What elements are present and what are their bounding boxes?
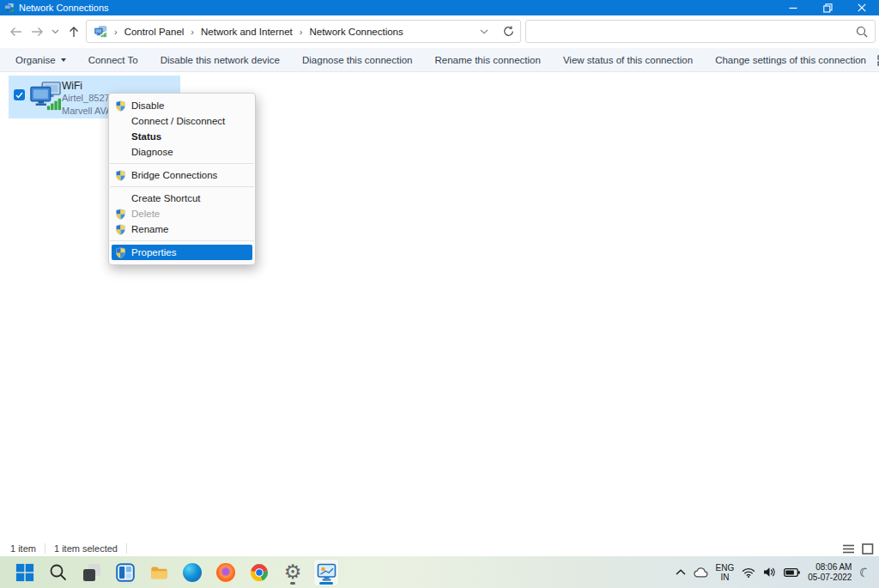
minimize-icon <box>789 3 797 12</box>
battery-icon <box>784 567 800 578</box>
up-button[interactable] <box>64 15 84 48</box>
menu-item-bridge-connections[interactable]: Bridge Connections <box>109 167 255 183</box>
item-checkbox[interactable] <box>14 89 25 100</box>
selection-count: 1 item selected <box>54 543 118 554</box>
disable-network-device-button[interactable]: Disable this network device <box>149 48 291 72</box>
details-view-toggle-icon[interactable] <box>842 543 855 555</box>
tray-battery-button[interactable] <box>784 567 800 578</box>
menu-separator <box>110 186 254 187</box>
chevron-up-icon <box>676 569 686 575</box>
back-button[interactable] <box>5 15 26 48</box>
uac-shield-icon <box>115 224 126 235</box>
clock[interactable]: 08:06 AM 05-07-2022 <box>808 562 852 583</box>
edge-button[interactable] <box>180 560 204 585</box>
forward-arrow-icon <box>31 27 45 37</box>
speaker-icon <box>763 567 776 578</box>
back-arrow-icon <box>9 27 22 37</box>
recent-locations-button[interactable] <box>48 15 62 48</box>
organise-button[interactable]: Organise <box>0 48 77 72</box>
up-arrow-icon <box>68 26 80 38</box>
uac-shield-icon <box>115 247 126 258</box>
file-explorer-icon <box>149 563 169 582</box>
check-icon <box>15 92 23 99</box>
menu-item-create-shortcut[interactable]: Create Shortcut <box>109 191 255 206</box>
rename-connection-button[interactable]: Rename this connection <box>423 48 551 72</box>
uac-shield-icon <box>115 209 126 220</box>
minimize-button[interactable] <box>776 0 810 15</box>
address-bar[interactable]: Control Panel Network and Internet Netwo… <box>86 20 521 43</box>
status-bar: 1 item 1 item selected <box>0 541 879 556</box>
menu-separator <box>110 240 254 241</box>
change-settings-button[interactable]: Change settings of this connection <box>704 48 877 72</box>
refresh-icon <box>503 26 514 37</box>
breadcrumb-chevron <box>184 27 201 37</box>
view-status-button[interactable]: View status of this connection <box>552 48 704 72</box>
network-adapter-icon <box>27 81 64 112</box>
menu-item-diagnose[interactable]: Diagnose <box>109 144 255 160</box>
widgets-button[interactable] <box>113 560 137 585</box>
menu-item-rename[interactable]: Rename <box>109 221 255 237</box>
firefox-icon <box>216 563 235 582</box>
taskbar-search-button[interactable] <box>46 560 70 585</box>
chrome-icon <box>250 563 269 582</box>
notification-center-button[interactable]: ☾ <box>859 566 870 579</box>
widgets-icon <box>116 563 135 582</box>
moon-icon: ☾ <box>858 564 872 580</box>
clock-time: 08:06 AM <box>808 562 852 573</box>
address-dropdown-button[interactable] <box>472 21 496 42</box>
forward-button[interactable] <box>27 15 48 48</box>
network-connections-taskbar-button[interactable] <box>314 560 338 585</box>
firefox-button[interactable] <box>214 560 238 585</box>
title-bar: Network Connections <box>0 0 879 15</box>
tray-onedrive-button[interactable] <box>694 567 708 578</box>
network-name: WiFi <box>62 80 191 92</box>
caret-down-icon <box>61 58 66 62</box>
wifi-icon <box>742 567 755 578</box>
menu-item-connect-disconnect[interactable]: Connect / Disconnect <box>109 113 255 129</box>
refresh-button[interactable] <box>496 21 520 42</box>
settings-gear-icon: ⚙ <box>284 562 302 582</box>
breadcrumb-network-connections[interactable]: Network Connections <box>309 27 403 37</box>
language-indicator[interactable]: ENG IN <box>716 563 735 582</box>
menu-item-properties[interactable]: Properties <box>112 245 252 260</box>
chevron-down-icon <box>480 29 488 34</box>
windows-start-icon <box>15 563 34 582</box>
restore-button[interactable] <box>810 0 845 15</box>
large-icons-view-toggle-icon[interactable] <box>862 543 874 555</box>
tray-show-hidden-icons-button[interactable] <box>676 569 686 575</box>
clock-date: 05-07-2022 <box>808 573 852 583</box>
command-toolbar: Organise Connect To Disable this network… <box>0 48 879 72</box>
menu-item-delete: Delete <box>109 206 255 221</box>
breadcrumb-network-and-internet[interactable]: Network and Internet <box>201 27 293 37</box>
start-button[interactable] <box>13 560 37 585</box>
item-count: 1 item <box>10 543 36 554</box>
control-panel-icon <box>317 563 336 582</box>
search-icon <box>856 26 868 38</box>
chevron-down-icon <box>52 29 59 34</box>
breadcrumb-location-icon <box>94 26 107 38</box>
close-button[interactable] <box>845 0 879 15</box>
tray-wifi-button[interactable] <box>742 567 755 578</box>
connect-to-button[interactable]: Connect To <box>77 48 149 72</box>
uac-shield-icon <box>115 170 126 181</box>
menu-item-status[interactable]: Status <box>109 129 255 144</box>
search-input[interactable] <box>526 21 875 42</box>
window-title: Network Connections <box>19 0 109 15</box>
diagnose-connection-button[interactable]: Diagnose this connection <box>291 48 424 72</box>
tray-volume-button[interactable] <box>763 567 776 578</box>
breadcrumb-chevron <box>293 27 310 37</box>
chrome-button[interactable] <box>247 560 271 585</box>
breadcrumb-chevron <box>107 27 124 37</box>
settings-button[interactable]: ⚙ <box>281 560 305 585</box>
breadcrumb-control-panel[interactable]: Control Panel <box>124 27 185 37</box>
navigation-bar: Control Panel Network and Internet Netwo… <box>0 15 879 48</box>
status-divider <box>45 543 45 554</box>
menu-item-disable[interactable]: Disable <box>109 98 255 113</box>
cloud-icon <box>694 567 708 578</box>
window-app-icon <box>3 3 15 13</box>
file-explorer-button[interactable] <box>147 560 171 585</box>
task-view-button[interactable] <box>80 560 104 585</box>
search-box[interactable] <box>525 20 876 43</box>
menu-separator <box>110 163 254 164</box>
context-menu: Disable Connect / Disconnect Status Diag… <box>108 93 256 265</box>
